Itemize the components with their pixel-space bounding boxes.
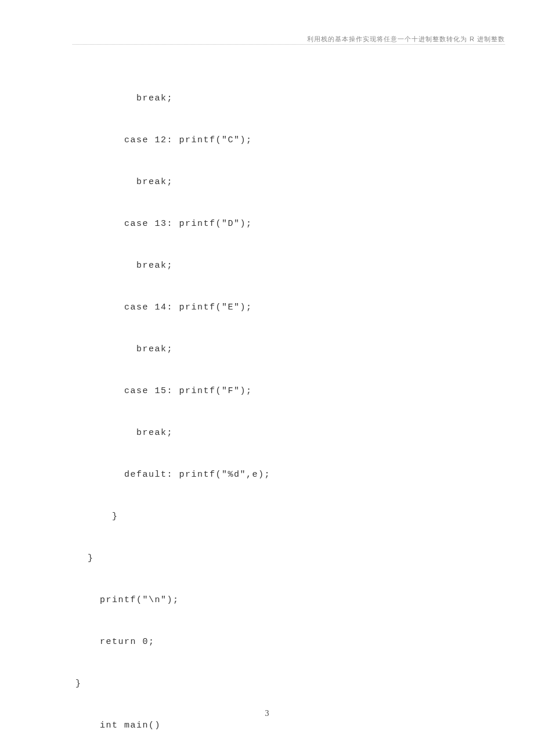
header-divider: [73, 44, 505, 45]
code-line: }: [75, 552, 270, 566]
code-line: case 14: printf("E");: [75, 301, 270, 315]
page-header-title: 利用栈的基本操作实现将任意一个十进制整数转化为 R 进制整数: [307, 35, 505, 44]
code-line: break;: [75, 92, 270, 106]
code-line: }: [75, 510, 270, 524]
code-line: case 12: printf("C");: [75, 134, 270, 147]
code-line: case 13: printf("D");: [75, 217, 270, 231]
code-line: }: [75, 677, 270, 691]
code-block: break; case 12: printf("C"); break; case…: [75, 64, 270, 756]
code-line: printf("\n");: [75, 593, 270, 607]
code-line: int main(): [75, 719, 270, 733]
code-line: return 0;: [75, 635, 270, 649]
code-line: break;: [75, 259, 270, 273]
code-line: break;: [75, 343, 270, 357]
code-line: case 15: printf("F");: [75, 384, 270, 398]
page-number: 3: [0, 709, 534, 718]
code-line: break;: [75, 426, 270, 440]
code-line: default: printf("%d",e);: [75, 468, 270, 482]
code-line: break;: [75, 175, 270, 189]
